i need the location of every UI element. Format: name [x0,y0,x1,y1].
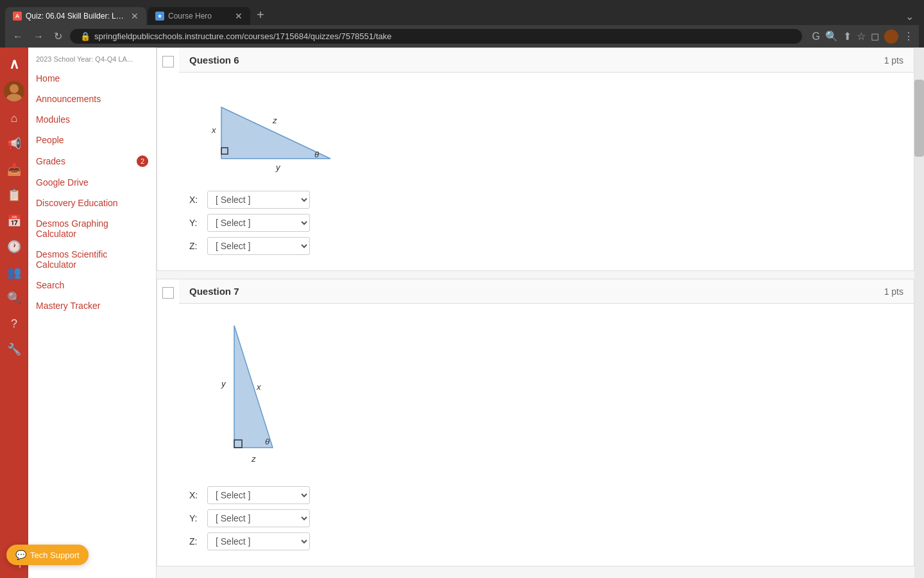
q6-title: Question 6 [189,55,239,66]
q7-check-col [157,279,174,299]
sidebar-item-discovery-education[interactable]: Discovery Education [28,193,156,213]
announcements-icon[interactable]: 📢 [3,132,26,155]
q7-dropdown-y-row: Y: [ Select ] [189,509,903,527]
q6-x-select[interactable]: [ Select ] [207,191,310,209]
sidebar-item-announcements[interactable]: Announcements [28,89,156,109]
user-avatar[interactable] [4,81,24,101]
q6-dropdown-x-row: X: [ Select ] [189,191,903,209]
q6-dropdown-z-row: Z: [ Select ] [189,237,903,255]
school-year-label: 2023 School Year: Q4-Q4 LA... [28,53,156,68]
sidebar-announcements-label: Announcements [36,94,101,104]
secure-icon: 🔒 [80,31,90,41]
grades-icon[interactable]: 📋 [3,184,26,207]
forward-button[interactable]: → [31,30,46,44]
sidebar-grades-label: Grades [36,156,65,166]
sidebar-item-people[interactable]: People [28,130,156,150]
sidebar-item-search[interactable]: Search [28,275,156,295]
sidebar-desmos-scientific-label: Desmos Scientific Calculator [36,249,148,270]
sidebar-item-modules[interactable]: Modules [28,109,156,130]
q6-body: x z y θ X: [ Select ] [179,73,914,270]
history-icon[interactable]: 🕐 [3,235,26,258]
q7-checkbox[interactable] [162,287,174,299]
help-icon[interactable]: ? [3,312,26,335]
sidebar-item-desmos-scientific[interactable]: Desmos Scientific Calculator [28,244,156,275]
sidebar-google-drive-label: Google Drive [36,177,89,188]
q6-pts: 1 pts [884,55,903,66]
tech-support-button[interactable]: 💬 Tech Support [6,545,89,565]
zoom-icon[interactable]: 🔍 [825,30,838,42]
back-button[interactable]: ← [10,30,26,44]
q6-triangle-svg: x z y θ [189,88,337,178]
q7-dropdown-z-row: Z: [ Select ] [189,532,903,550]
address-text: springfieldpublicschools.instructure.com… [94,31,391,41]
q6-x-label: X: [189,195,202,205]
tab-bar: A Quiz: 06.04 Skill Builder: Labe ✕ ★ Co… [5,5,919,25]
reload-button[interactable]: ↻ [51,29,65,44]
tab-quiz-label: Quiz: 06.04 Skill Builder: Labe [26,12,127,21]
address-input[interactable]: 🔒 springfieldpublicschools.instructure.c… [70,29,802,44]
svg-text:θ: θ [265,437,270,446]
sidebar-item-google-drive[interactable]: Google Drive [28,172,156,193]
tab-quiz[interactable]: A Quiz: 06.04 Skill Builder: Labe ✕ [5,7,146,25]
q7-x-select[interactable]: [ Select ] [207,486,310,504]
bookmark-icon[interactable]: ☆ [857,30,866,42]
scrollbar-thumb[interactable] [914,80,924,157]
search-rail-icon[interactable]: 🔍 [3,286,26,310]
q6-z-label: Z: [189,241,202,251]
svg-text:θ: θ [314,150,319,159]
chat-icon: 💬 [15,550,26,560]
sidebar-item-grades[interactable]: Grades 2 [28,150,156,172]
browser-chrome: A Quiz: 06.04 Skill Builder: Labe ✕ ★ Co… [0,0,924,48]
main-content: Question 6 1 pts [157,48,914,578]
calendar-icon[interactable]: 📅 [3,209,26,232]
q6-y-label: Y: [189,218,202,228]
modules-icon[interactable]: 📥 [3,158,26,181]
sidebar-mastery-label: Mastery Tracker [36,301,100,311]
q6-dropdown-y-row: Y: [ Select ] [189,214,903,232]
new-tab-button[interactable]: + [252,5,270,25]
content-wrapper: Question 6 1 pts [157,48,924,578]
sidebar-item-desmos-graphing[interactable]: Desmos Graphing Calculator [28,213,156,244]
q7-body: y x z θ X: [ Select ] [179,304,914,566]
q6-checkbox[interactable] [162,56,174,67]
svg-text:z: z [251,454,256,464]
svg-text:x: x [256,382,261,392]
profile-icon[interactable]: ◻ [871,30,879,42]
q7-z-select[interactable]: [ Select ] [207,532,310,550]
tab-coursehero-close[interactable]: ✕ [235,11,243,21]
sidebar-item-mastery-tracker[interactable]: Mastery Tracker [28,295,156,316]
q7-y-select[interactable]: [ Select ] [207,509,310,527]
q7-pts: 1 pts [884,286,903,297]
question-6-card: Question 6 1 pts [157,48,914,271]
q6-y-select[interactable]: [ Select ] [207,214,310,232]
avatar-icon[interactable] [884,30,898,44]
icon-rail: ∧ ⌂ 📢 📥 📋 📅 🕐 👥 🔍 ? 🔧 →| [0,48,28,578]
sidebar-item-home[interactable]: Home [28,68,156,89]
grades-badge: 2 [137,155,148,167]
tab-list-button[interactable]: ⌄ [900,8,919,25]
svg-text:z: z [272,116,277,125]
question-7-card: Question 7 1 pts [157,279,914,566]
sidebar-home-label: Home [36,73,60,83]
browser-icons: G 🔍 ⬆ ☆ ◻ ⋮ [812,30,914,44]
scrollbar-panel [914,48,924,578]
coursehero-favicon: ★ [155,12,164,21]
tab-quiz-close[interactable]: ✕ [131,11,139,21]
tab-coursehero[interactable]: ★ Course Hero ✕ [148,7,250,25]
q6-wrapper: Question 6 1 pts [157,48,914,270]
q7-triangle: y x z θ [189,319,903,476]
google-icon[interactable]: G [812,31,820,42]
svg-text:y: y [221,379,227,389]
menu-icon[interactable]: ⋮ [903,30,914,42]
q6-z-select[interactable]: [ Select ] [207,237,310,255]
app-body: ∧ ⌂ 📢 📥 📋 📅 🕐 👥 🔍 ? 🔧 →| 2023 School Yea… [0,48,924,578]
home-icon[interactable]: ⌂ [3,107,26,130]
svg-marker-8 [234,326,273,448]
sidebar-modules-label: Modules [36,114,70,125]
share-icon[interactable]: ⬆ [843,30,851,42]
canvas-logo: ∧ [3,53,26,76]
sidebar-desmos-graphing-label: Desmos Graphing Calculator [36,218,148,239]
q7-dropdown-x-row: X: [ Select ] [189,486,903,504]
tools-icon[interactable]: 🔧 [3,338,26,361]
groups-icon[interactable]: 👥 [3,261,26,284]
